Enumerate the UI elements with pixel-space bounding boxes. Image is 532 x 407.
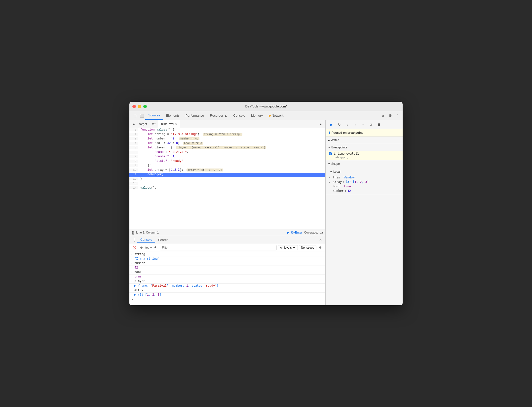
breakpoint-checkbox[interactable] xyxy=(329,152,332,155)
code-line-1: 1 function values() { xyxy=(129,128,325,133)
scope-header[interactable]: ▼ Scope xyxy=(326,160,403,167)
local-scope-header[interactable]: ▼ Local xyxy=(326,168,403,175)
resume-button[interactable]: ▶ xyxy=(328,121,335,128)
clear-console-button[interactable]: 🚫 xyxy=(131,245,137,251)
expand-icon[interactable]: ▶ xyxy=(329,176,332,179)
scope-label: Scope xyxy=(331,162,340,166)
tab-memory[interactable]: Memory xyxy=(248,111,266,120)
step-out-button[interactable]: ↑ xyxy=(352,121,359,128)
select-element-icon[interactable]: ⬚ xyxy=(131,112,138,119)
tab-network[interactable]: Network xyxy=(266,111,287,120)
code-line-13: 13 xyxy=(129,182,325,186)
step-button[interactable]: → xyxy=(360,121,367,128)
watch-header[interactable]: ▶ Watch xyxy=(326,137,403,144)
pause-on-exceptions-button[interactable]: ⏸ xyxy=(376,121,382,128)
chevron-down-icon: ▼ xyxy=(330,170,332,173)
chevron-right-icon: ▶ xyxy=(328,139,330,142)
console-prompt-icon: › xyxy=(131,298,133,302)
console-settings-button[interactable]: ⚙ xyxy=(317,245,323,251)
return-arrow-icon: ‹ xyxy=(130,258,134,260)
console-input[interactable] xyxy=(134,298,323,302)
expand-icon[interactable]: › xyxy=(130,262,134,265)
console-menu-button[interactable]: ⋮ xyxy=(131,237,137,243)
window-title: DevTools - www.google.com/ xyxy=(245,104,287,108)
console-row-bool-input: › bool xyxy=(129,270,325,275)
code-line-2: 2 let string = 'I\'m a string'; string =… xyxy=(129,133,325,137)
sources-sidebar-toggle[interactable]: ▶ xyxy=(130,121,137,127)
file-tab-target[interactable]: target xyxy=(137,120,150,128)
scope-content: ▼ Local ▶ this : Window ▶ array : (3) [1… xyxy=(326,167,403,194)
tab-search-drawer[interactable]: Search xyxy=(155,237,171,243)
return-arrow-icon: ‹ xyxy=(130,275,134,278)
tab-elements[interactable]: Elements xyxy=(163,111,183,120)
more-options-button[interactable]: ⋮ xyxy=(394,112,401,119)
code-line-12: 12 } xyxy=(129,177,325,182)
chevron-down-icon: ▼ xyxy=(328,163,330,165)
scope-item-bool: ▶ bool : true xyxy=(326,184,403,189)
code-line-5: 5 let player = { player = {name: 'Parziv… xyxy=(129,146,325,150)
titlebar: DevTools - www.google.com/ xyxy=(129,102,403,111)
close-tab-icon[interactable]: ✕ xyxy=(175,123,177,126)
format-icon[interactable]: {} xyxy=(132,231,134,235)
main-tabs-bar: ⬚ ⬜ Sources Elements Performance Recorde… xyxy=(129,111,403,120)
content-area: ▶ target ref inline-eval ✕ ▸ 1 xyxy=(129,120,403,305)
tab-console-drawer[interactable]: Console xyxy=(137,237,155,243)
coverage-status: Coverage: n/a xyxy=(304,231,323,234)
tab-sources[interactable]: Sources xyxy=(145,111,163,120)
file-tab-inline-eval[interactable]: inline-eval ✕ xyxy=(158,120,180,128)
tab-recorder[interactable]: Recorder ▲ xyxy=(207,111,230,120)
settings-button[interactable]: ⚙ xyxy=(387,112,394,119)
code-line-14: 14 values(); xyxy=(129,186,325,191)
tab-console[interactable]: Console xyxy=(230,111,248,120)
expand-icon[interactable]: ▶ xyxy=(329,181,332,183)
cursor-position: Line 1, Column 1 xyxy=(136,231,159,234)
live-expressions-button[interactable]: 👁 xyxy=(153,245,159,251)
code-line-11: 11 debugger; xyxy=(129,173,325,177)
code-line-6: 6 "name": "Parzival", xyxy=(129,150,325,155)
step-into-button[interactable]: ↓ xyxy=(344,121,351,128)
console-toolbar: 🚫 ⊘ top ▾ 👁 All levels ▼ No Issues ⚙ xyxy=(129,244,325,251)
console-input-row: › xyxy=(129,297,325,302)
run-snippet-button[interactable]: ▶ ⌘+Enter xyxy=(287,231,302,234)
console-row-array-output: ‹ ▶ (3) [1, 2, 3] xyxy=(129,293,325,297)
device-toolbar-icon[interactable]: ⬜ xyxy=(138,112,145,119)
issues-button[interactable]: No Issues xyxy=(299,245,316,250)
breakpoint-location: inline-eval:11 xyxy=(334,152,359,155)
breakpoints-header[interactable]: ▼ Breakpoints xyxy=(326,144,403,151)
return-arrow-icon: ‹ xyxy=(130,285,134,287)
maximize-button[interactable] xyxy=(143,105,147,108)
info-icon: ℹ xyxy=(329,131,330,135)
tab-performance[interactable]: Performance xyxy=(183,111,207,120)
console-row-player-output: ‹ ▶ {name: 'Parzival', number: 1, state:… xyxy=(129,284,325,288)
more-files-button[interactable]: ▸ xyxy=(317,121,324,128)
code-line-10: 10 let array = [1,2,3]; array = (3) [1, … xyxy=(129,168,325,173)
top-context-selector[interactable]: top ▾ xyxy=(145,246,152,249)
minimize-button[interactable] xyxy=(138,105,141,108)
watch-section: ▶ Watch xyxy=(326,137,403,144)
return-arrow-icon: ‹ xyxy=(130,294,134,296)
close-drawer-button[interactable]: ✕ xyxy=(317,237,323,243)
more-tabs-button[interactable]: » xyxy=(380,112,387,119)
expand-icon[interactable]: › xyxy=(130,253,134,256)
close-button[interactable] xyxy=(132,105,136,108)
code-editor[interactable]: 1 function values() { 2 let string = 'I\… xyxy=(129,128,325,229)
step-over-button[interactable]: ↻ xyxy=(336,121,343,128)
expand-icon[interactable]: › xyxy=(130,271,134,274)
deactivate-breakpoints-button[interactable]: ⊘ xyxy=(368,121,375,128)
sources-panel: ▶ target ref inline-eval ✕ ▸ 1 xyxy=(129,120,326,305)
chevron-down-icon: ▼ xyxy=(328,146,330,149)
console-filter-button[interactable]: ⊘ xyxy=(138,245,144,251)
console-row-number-output: ‹ 42 xyxy=(129,266,325,270)
console-row-bool-output: ‹ true xyxy=(129,275,325,279)
traffic-lights xyxy=(132,105,147,108)
expand-icon[interactable]: › xyxy=(130,289,134,292)
console-filter-input[interactable] xyxy=(160,245,277,250)
breakpoint-message: ℹ Paused on breakpoint xyxy=(326,129,403,137)
code-line-4: 4 let bool = 42 > 0; bool = true xyxy=(129,141,325,146)
scope-item-array: ▶ array : (3) [1, 2, 3] xyxy=(326,180,403,184)
file-tab-ref[interactable]: ref xyxy=(150,120,158,128)
log-levels-button[interactable]: All levels ▼ xyxy=(278,245,298,250)
breakpoints-section: ▼ Breakpoints inline-eval:11 debugger; xyxy=(326,144,403,160)
expand-icon[interactable]: › xyxy=(130,280,134,283)
console-row-number-input: › number xyxy=(129,261,325,266)
